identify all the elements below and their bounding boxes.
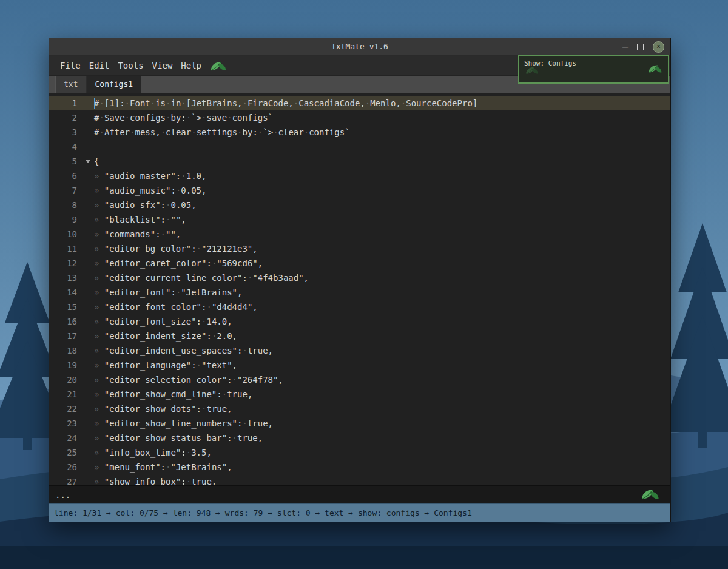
code-text: » "editor_language":·"text",: [94, 358, 237, 372]
line-number: 9: [49, 212, 84, 227]
leaf-icon: [640, 488, 661, 501]
close-button[interactable]: ×: [653, 41, 664, 53]
fold-spacer: [84, 387, 94, 402]
code-text: » "editor_show_cmd_line":·true,: [94, 387, 252, 402]
line-number: 24: [49, 431, 84, 445]
menu-file[interactable]: File: [56, 56, 85, 75]
menu-help[interactable]: Help: [177, 56, 206, 75]
editor-line[interactable]: 14» "editor_font":·"JetBrains",: [49, 285, 670, 300]
editor-line[interactable]: 26» "menu_font":·"JetBrains",: [49, 460, 670, 474]
editor-line[interactable]: 21» "editor_show_cmd_line":·true,: [49, 387, 670, 402]
code-text: » "info_box_time":·3.5,: [94, 445, 212, 460]
editor-line[interactable]: 27» "show_info_box":·true,: [49, 474, 670, 485]
menu-tools[interactable]: Tools: [113, 56, 147, 75]
line-number: 3: [49, 125, 84, 140]
code-text: » "editor_show_dots":·true,: [94, 402, 232, 416]
code-text: » "commands":·"",: [94, 227, 181, 241]
code-text: » "menu_font":·"JetBrains",: [94, 460, 232, 474]
fold-spacer: [84, 212, 94, 227]
code-text: #·Save·configs·by:·`>·save·configs`: [94, 110, 273, 125]
window-title: TxtMate v1.6: [49, 38, 670, 55]
caret: [94, 98, 95, 109]
fold-spacer: [84, 329, 94, 343]
fold-spacer: [84, 314, 94, 329]
line-number: 20: [49, 372, 84, 387]
line-number: 12: [49, 256, 84, 271]
editor-line[interactable]: 6» "audio_master":·1.0,: [49, 169, 670, 183]
line-number: 21: [49, 387, 84, 402]
tab-configs1[interactable]: Configs1: [86, 76, 141, 93]
editor-line[interactable]: 4: [49, 140, 670, 154]
line-number: 14: [49, 285, 84, 300]
editor-line[interactable]: 9» "blacklist":·"",: [49, 212, 670, 227]
editor-lines: 1#·[1]:·Font·is·in·[JetBrains,·FiraCode,…: [49, 96, 670, 485]
editor-line[interactable]: 15» "editor_font_color":·"d4d4d4",: [49, 300, 670, 314]
command-line[interactable]: ...: [49, 485, 670, 503]
code-text: » "editor_indent_size":·2.0,: [94, 329, 237, 343]
editor-line[interactable]: 11» "editor_bg_color":·"212121e3",: [49, 241, 670, 256]
code-text: » "editor_show_status_bar":·true,: [94, 431, 263, 445]
fold-spacer: [84, 285, 94, 300]
code-text: » "editor_current_line_color":·"4f4b3aad…: [94, 271, 309, 285]
tab-txt[interactable]: txt: [55, 76, 86, 93]
editor-line[interactable]: 10» "commands":·"",: [49, 227, 670, 241]
editor-line[interactable]: 23» "editor_show_line_numbers":·true,: [49, 416, 670, 431]
code-text: » "editor_bg_color":·"212121e3",: [94, 241, 258, 256]
line-number: 5: [49, 154, 84, 169]
fold-spacer: [84, 460, 94, 474]
editor-line[interactable]: 18» "editor_indent_use_spaces":·true,: [49, 343, 670, 358]
line-number: 19: [49, 358, 84, 372]
code-text: » "audio_master":·1.0,: [94, 169, 206, 183]
fold-spacer: [84, 96, 94, 110]
editor-line[interactable]: 3#·After·mess,·clear·settings·by:·`>·cle…: [49, 125, 670, 140]
editor-line[interactable]: 22» "editor_show_dots":·true,: [49, 402, 670, 416]
editor-line[interactable]: 17» "editor_indent_size":·2.0,: [49, 329, 670, 343]
fold-chevron-icon[interactable]: [84, 154, 94, 169]
code-text: » "editor_font":·"JetBrains",: [94, 285, 242, 300]
code-text: » "show_info_box":·true,: [94, 474, 217, 485]
code-text: » "editor_caret_color":·"569cd6",: [94, 256, 263, 271]
editor-line[interactable]: 24» "editor_show_status_bar":·true,: [49, 431, 670, 445]
command-line-text: ...: [55, 490, 70, 500]
line-number: 7: [49, 183, 84, 198]
fold-spacer: [84, 227, 94, 241]
fold-spacer: [84, 140, 94, 154]
menu-edit[interactable]: Edit: [85, 56, 114, 75]
editor-line[interactable]: 7» "audio_music":·0.05,: [49, 183, 670, 198]
fold-spacer: [84, 125, 94, 140]
line-number: 27: [49, 474, 84, 485]
line-number: 2: [49, 110, 84, 125]
code-text: » "editor_font_color":·"d4d4d4",: [94, 300, 258, 314]
fold-spacer: [84, 183, 94, 198]
fold-spacer: [84, 241, 94, 256]
status-bar: line: 1/31 → col: 0/75 → len: 948 → wrds…: [49, 503, 670, 522]
editor-line[interactable]: 19» "editor_language":·"text",: [49, 358, 670, 372]
line-number: 15: [49, 300, 84, 314]
editor-line[interactable]: 20» "editor_selection_color":·"264f78",: [49, 372, 670, 387]
editor-line[interactable]: 16» "editor_font_size":·14.0,: [49, 314, 670, 329]
editor-line[interactable]: 1#·[1]:·Font·is·in·[JetBrains,·FiraCode,…: [49, 96, 670, 110]
code-text: » "editor_show_line_numbers":·true,: [94, 416, 273, 431]
fold-spacer: [84, 431, 94, 445]
code-text: » "editor_indent_use_spaces":·true,: [94, 343, 273, 358]
line-number: 6: [49, 169, 84, 183]
line-number: 25: [49, 445, 84, 460]
titlebar[interactable]: TxtMate v1.6 – ×: [49, 38, 670, 56]
editor-line[interactable]: 13» "editor_current_line_color":·"4f4b3a…: [49, 271, 670, 285]
code-text: #·[1]:·Font·is·in·[JetBrains,·FiraCode,·…: [94, 96, 477, 110]
editor-line[interactable]: 2#·Save·configs·by:·`>·save·configs`: [49, 110, 670, 125]
restore-button[interactable]: [637, 44, 644, 50]
editor-line[interactable]: 5{: [49, 154, 670, 169]
editor-line[interactable]: 12» "editor_caret_color":·"569cd6",: [49, 256, 670, 271]
line-number: 26: [49, 460, 84, 474]
fold-spacer: [84, 256, 94, 271]
editor-line[interactable]: 25» "info_box_time":·3.5,: [49, 445, 670, 460]
menu-view[interactable]: View: [148, 56, 177, 75]
editor-line[interactable]: 8» "audio_sfx":·0.05,: [49, 198, 670, 212]
editor[interactable]: 1#·[1]:·Font·is·in·[JetBrains,·FiraCode,…: [49, 93, 670, 485]
minimize-button[interactable]: –: [622, 38, 628, 55]
line-number: 22: [49, 402, 84, 416]
line-number: 8: [49, 198, 84, 212]
show-configs-box: Show: Configs: [518, 55, 669, 84]
status-bar-text: line: 1/31 → col: 0/75 → len: 948 → wrds…: [54, 508, 472, 517]
